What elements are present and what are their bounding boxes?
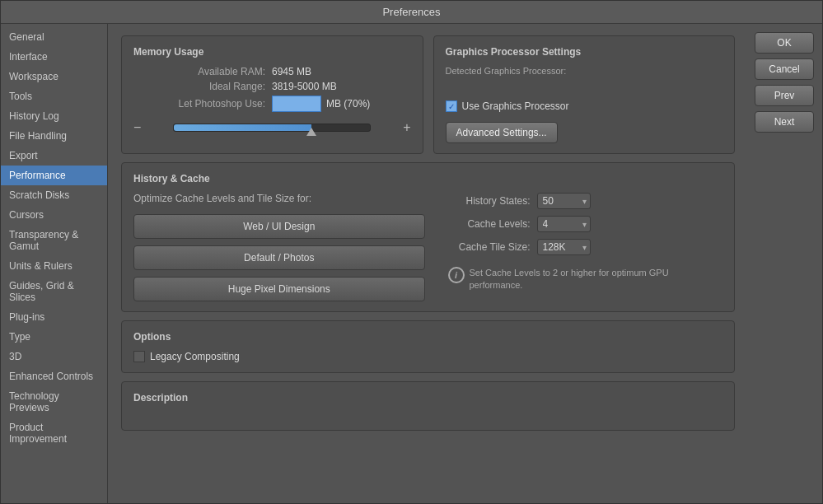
sidebar-item-file-handling[interactable]: File Handling	[1, 126, 107, 146]
options-title: Options	[133, 331, 722, 343]
ok-button[interactable]: OK	[755, 32, 814, 54]
main-content: Memory Usage Available RAM: 6945 MB Idea…	[108, 24, 748, 503]
slider-track[interactable]	[173, 124, 371, 132]
sidebar: GeneralInterfaceWorkspaceToolsHistory Lo…	[1, 24, 108, 503]
cache-tile-size-select-wrapper: 128K	[537, 239, 591, 255]
sidebar-item-performance[interactable]: Performance	[1, 166, 107, 185]
legacy-compositing-checkbox[interactable]	[133, 351, 145, 362]
use-gpu-row: ✓ Use Graphics Processor	[446, 100, 723, 112]
available-ram-label: Available RAM:	[133, 66, 265, 77]
optimize-label: Optimize Cache Levels and Tile Size for:	[133, 193, 425, 204]
minus-button[interactable]: −	[133, 120, 141, 135]
sidebar-item-technology-previews[interactable]: Technology Previews	[1, 386, 107, 418]
ideal-range-value: 3819-5000 MB	[272, 81, 411, 92]
sidebar-item-workspace[interactable]: Workspace	[1, 67, 107, 86]
history-states-label: History States:	[448, 195, 531, 207]
sidebar-item-plug-ins[interactable]: Plug-ins	[1, 307, 107, 327]
detected-gpu-value	[446, 81, 723, 92]
cache-levels-row: Cache Levels: 4	[448, 216, 723, 232]
slider-row: − +	[133, 120, 411, 135]
available-ram-value: 6945 MB	[272, 66, 411, 77]
buttons-column: OK Cancel Prev Next	[748, 24, 822, 503]
legacy-compositing-label: Legacy Compositing	[150, 351, 240, 362]
cache-tile-size-label: Cache Tile Size:	[448, 241, 531, 253]
sidebar-item-type[interactable]: Type	[1, 327, 107, 347]
history-states-row: History States: 50	[448, 193, 723, 209]
slider-container	[147, 124, 396, 132]
huge-pixel-button[interactable]: Huge Pixel Dimensions	[133, 277, 425, 301]
preferences-window: Preferences GeneralInterfaceWorkspaceToo…	[0, 0, 823, 504]
sidebar-item-scratch-disks[interactable]: Scratch Disks	[1, 185, 107, 205]
cache-levels-select[interactable]: 4	[537, 216, 591, 232]
slider-thumb	[306, 128, 316, 136]
cache-right: History States: 50 Cache Levels:	[432, 193, 723, 301]
sidebar-item-general[interactable]: General	[1, 27, 107, 47]
info-icon: i	[448, 267, 465, 283]
titlebar: Preferences	[1, 1, 822, 24]
web-ui-design-button[interactable]: Web / UI Design	[133, 214, 425, 239]
gpu-settings-title: Graphics Processor Settings	[446, 46, 723, 58]
legacy-compositing-row: Legacy Compositing	[133, 351, 722, 362]
options-section: Options Legacy Compositing	[121, 320, 735, 373]
sidebar-item-tools[interactable]: Tools	[1, 86, 107, 106]
description-title: Description	[133, 392, 722, 404]
cache-levels-label: Cache Levels:	[448, 218, 531, 230]
sidebar-item-interface[interactable]: Interface	[1, 47, 107, 67]
use-gpu-label: Use Graphics Processor	[462, 100, 569, 112]
sidebar-item-guides,-grid---slices[interactable]: Guides, Grid & Slices	[1, 276, 107, 307]
default-photos-button[interactable]: Default / Photos	[133, 245, 425, 270]
sidebar-item-transparency---gamut[interactable]: Transparency & Gamut	[1, 225, 107, 256]
cancel-button[interactable]: Cancel	[755, 58, 814, 80]
advanced-settings-button[interactable]: Advanced Settings...	[446, 122, 558, 143]
history-states-select[interactable]: 50	[537, 193, 591, 209]
memory-input-row: MB (70%)	[272, 96, 411, 112]
gpu-settings-section: Graphics Processor Settings Detected Gra…	[433, 35, 736, 154]
slider-fill	[174, 124, 311, 131]
cache-grid: Optimize Cache Levels and Tile Size for:…	[133, 193, 722, 301]
sidebar-item-units---rulers[interactable]: Units & Rulers	[1, 256, 107, 276]
mb-percent: MB (70%)	[326, 98, 370, 110]
sidebar-item-product-improvement[interactable]: Product Improvement	[1, 418, 107, 449]
history-states-select-wrapper: 50	[537, 193, 591, 209]
prev-button[interactable]: Prev	[755, 85, 814, 106]
history-cache-section: History & Cache Optimize Cache Levels an…	[121, 162, 735, 312]
let-photoshop-use-label: Let Photoshop Use:	[133, 98, 265, 110]
detected-gpu-label: Detected Graphics Processor:	[446, 66, 723, 76]
info-row: i Set Cache Levels to 2 or higher for op…	[448, 267, 723, 292]
next-button[interactable]: Next	[755, 111, 814, 133]
memory-usage-section: Memory Usage Available RAM: 6945 MB Idea…	[121, 35, 423, 154]
window-title: Preferences	[382, 6, 440, 18]
cache-levels-select-wrapper: 4	[537, 216, 591, 232]
ideal-range-label: Ideal Range:	[133, 81, 265, 92]
memory-usage-title: Memory Usage	[133, 46, 411, 58]
content-area: GeneralInterfaceWorkspaceToolsHistory Lo…	[1, 24, 822, 503]
cache-tile-size-select[interactable]: 128K	[537, 239, 591, 255]
info-text: Set Cache Levels to 2 or higher for opti…	[470, 267, 723, 292]
sidebar-item-enhanced-controls[interactable]: Enhanced Controls	[1, 366, 107, 386]
cache-tile-size-row: Cache Tile Size: 128K	[448, 239, 723, 255]
sidebar-item-export[interactable]: Export	[1, 146, 107, 166]
sidebar-item-history-log[interactable]: History Log	[1, 106, 107, 126]
memory-input[interactable]	[272, 96, 321, 112]
cache-left: Optimize Cache Levels and Tile Size for:…	[133, 193, 425, 301]
history-cache-title: History & Cache	[133, 173, 722, 184]
description-section: Description	[121, 381, 735, 431]
sidebar-item-3d[interactable]: 3D	[1, 347, 107, 366]
use-gpu-checkbox[interactable]: ✓	[446, 100, 457, 112]
plus-button[interactable]: +	[403, 120, 410, 135]
sidebar-item-cursors[interactable]: Cursors	[1, 205, 107, 225]
memory-grid: Available RAM: 6945 MB Ideal Range: 3819…	[133, 66, 411, 112]
top-row: Memory Usage Available RAM: 6945 MB Idea…	[121, 35, 735, 154]
